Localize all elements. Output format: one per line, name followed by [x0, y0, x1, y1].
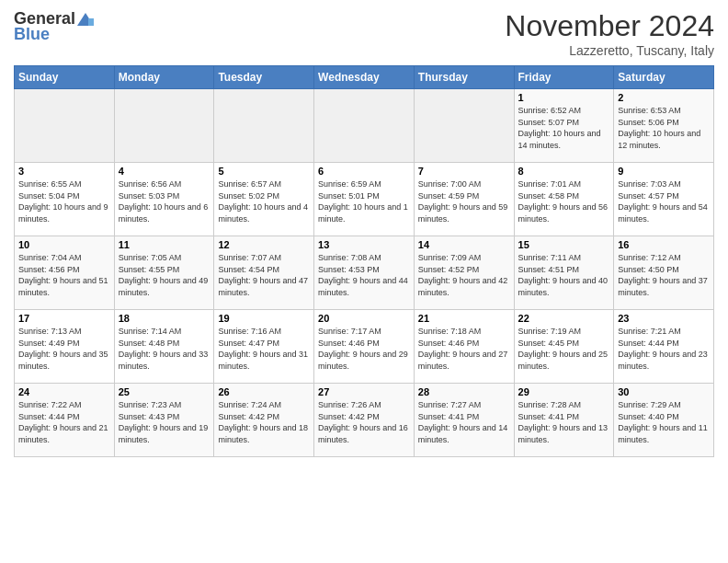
header: General Blue November 2024 Lazzeretto, T…	[14, 9, 714, 58]
day-number: 5	[218, 166, 310, 177]
day-number: 29	[518, 386, 610, 397]
day-info: Sunrise: 6:55 AM Sunset: 5:04 PM Dayligh…	[18, 178, 110, 224]
day-cell: 25Sunrise: 7:23 AM Sunset: 4:43 PM Dayli…	[114, 384, 214, 457]
week-row-5: 24Sunrise: 7:22 AM Sunset: 4:44 PM Dayli…	[15, 384, 714, 457]
week-row-2: 3Sunrise: 6:55 AM Sunset: 5:04 PM Daylig…	[15, 163, 714, 236]
location: Lazzeretto, Tuscany, Italy	[505, 43, 714, 58]
day-number: 4	[119, 166, 210, 177]
day-cell: 22Sunrise: 7:19 AM Sunset: 4:45 PM Dayli…	[514, 310, 614, 384]
day-info: Sunrise: 7:05 AM Sunset: 4:55 PM Dayligh…	[119, 252, 210, 298]
day-info: Sunrise: 7:22 AM Sunset: 4:44 PM Dayligh…	[18, 399, 110, 445]
day-cell: 10Sunrise: 7:04 AM Sunset: 4:56 PM Dayli…	[15, 236, 115, 310]
day-info: Sunrise: 7:29 AM Sunset: 4:40 PM Dayligh…	[618, 399, 710, 445]
day-number: 9	[618, 166, 710, 177]
day-info: Sunrise: 7:04 AM Sunset: 4:56 PM Dayligh…	[18, 252, 110, 298]
day-cell: 12Sunrise: 7:07 AM Sunset: 4:54 PM Dayli…	[214, 236, 314, 310]
day-cell: 16Sunrise: 7:12 AM Sunset: 4:50 PM Dayli…	[614, 236, 714, 310]
day-info: Sunrise: 7:27 AM Sunset: 4:41 PM Dayligh…	[418, 399, 510, 445]
logo: General Blue	[14, 9, 96, 44]
day-number: 19	[218, 313, 310, 324]
day-info: Sunrise: 7:07 AM Sunset: 4:54 PM Dayligh…	[218, 252, 310, 298]
col-friday: Friday	[514, 66, 614, 89]
day-cell: 18Sunrise: 7:14 AM Sunset: 4:48 PM Dayli…	[114, 310, 214, 384]
day-info: Sunrise: 6:52 AM Sunset: 5:07 PM Dayligh…	[518, 105, 610, 151]
week-row-3: 10Sunrise: 7:04 AM Sunset: 4:56 PM Dayli…	[15, 236, 714, 310]
day-cell: 8Sunrise: 7:01 AM Sunset: 4:58 PM Daylig…	[514, 163, 614, 236]
day-cell: 20Sunrise: 7:17 AM Sunset: 4:46 PM Dayli…	[314, 310, 415, 384]
day-number: 11	[119, 239, 210, 250]
day-cell: 19Sunrise: 7:16 AM Sunset: 4:47 PM Dayli…	[214, 310, 314, 384]
day-info: Sunrise: 6:53 AM Sunset: 5:06 PM Dayligh…	[618, 105, 710, 151]
title-section: November 2024 Lazzeretto, Tuscany, Italy	[505, 9, 714, 58]
day-cell	[214, 89, 314, 163]
day-cell: 7Sunrise: 7:00 AM Sunset: 4:59 PM Daylig…	[414, 163, 514, 236]
page-container: General Blue November 2024 Lazzeretto, T…	[0, 0, 728, 466]
day-number: 6	[318, 166, 410, 177]
day-number: 18	[119, 313, 210, 324]
day-info: Sunrise: 7:12 AM Sunset: 4:50 PM Dayligh…	[618, 252, 710, 298]
day-number: 10	[18, 239, 110, 250]
day-cell: 26Sunrise: 7:24 AM Sunset: 4:42 PM Dayli…	[214, 384, 314, 457]
day-number: 14	[418, 239, 510, 250]
day-info: Sunrise: 7:03 AM Sunset: 4:57 PM Dayligh…	[618, 178, 710, 224]
day-info: Sunrise: 7:14 AM Sunset: 4:48 PM Dayligh…	[119, 326, 210, 372]
day-cell: 6Sunrise: 6:59 AM Sunset: 5:01 PM Daylig…	[314, 163, 415, 236]
col-thursday: Thursday	[414, 66, 514, 89]
day-number: 7	[418, 166, 510, 177]
day-number: 13	[318, 239, 410, 250]
day-info: Sunrise: 6:56 AM Sunset: 5:03 PM Dayligh…	[119, 178, 210, 224]
day-cell: 13Sunrise: 7:08 AM Sunset: 4:53 PM Dayli…	[314, 236, 415, 310]
day-number: 20	[318, 313, 410, 324]
day-info: Sunrise: 7:28 AM Sunset: 4:41 PM Dayligh…	[518, 399, 610, 445]
day-cell: 11Sunrise: 7:05 AM Sunset: 4:55 PM Dayli…	[114, 236, 214, 310]
week-row-1: 1Sunrise: 6:52 AM Sunset: 5:07 PM Daylig…	[15, 89, 714, 163]
day-info: Sunrise: 6:59 AM Sunset: 5:01 PM Dayligh…	[318, 178, 410, 224]
day-cell	[114, 89, 214, 163]
day-number: 28	[418, 386, 510, 397]
day-info: Sunrise: 7:16 AM Sunset: 4:47 PM Dayligh…	[218, 326, 310, 372]
day-info: Sunrise: 7:18 AM Sunset: 4:46 PM Dayligh…	[418, 326, 510, 372]
day-info: Sunrise: 7:17 AM Sunset: 4:46 PM Dayligh…	[318, 326, 410, 372]
day-info: Sunrise: 7:21 AM Sunset: 4:44 PM Dayligh…	[618, 326, 710, 372]
day-number: 21	[418, 313, 510, 324]
day-number: 16	[618, 239, 710, 250]
logo-blue: Blue	[14, 25, 50, 44]
day-cell: 4Sunrise: 6:56 AM Sunset: 5:03 PM Daylig…	[114, 163, 214, 236]
day-cell: 21Sunrise: 7:18 AM Sunset: 4:46 PM Dayli…	[414, 310, 514, 384]
day-info: Sunrise: 7:13 AM Sunset: 4:49 PM Dayligh…	[18, 326, 110, 372]
day-info: Sunrise: 7:23 AM Sunset: 4:43 PM Dayligh…	[119, 399, 210, 445]
header-row: Sunday Monday Tuesday Wednesday Thursday…	[15, 66, 714, 89]
day-number: 24	[18, 386, 110, 397]
calendar-table: Sunday Monday Tuesday Wednesday Thursday…	[14, 65, 714, 457]
month-title: November 2024	[505, 9, 714, 43]
day-cell: 2Sunrise: 6:53 AM Sunset: 5:06 PM Daylig…	[614, 89, 714, 163]
day-cell: 5Sunrise: 6:57 AM Sunset: 5:02 PM Daylig…	[214, 163, 314, 236]
day-cell: 3Sunrise: 6:55 AM Sunset: 5:04 PM Daylig…	[15, 163, 115, 236]
day-number: 1	[518, 92, 610, 103]
day-number: 26	[218, 386, 310, 397]
day-number: 8	[518, 166, 610, 177]
day-cell: 14Sunrise: 7:09 AM Sunset: 4:52 PM Dayli…	[414, 236, 514, 310]
day-cell: 24Sunrise: 7:22 AM Sunset: 4:44 PM Dayli…	[15, 384, 115, 457]
day-info: Sunrise: 7:24 AM Sunset: 4:42 PM Dayligh…	[218, 399, 310, 445]
day-info: Sunrise: 7:11 AM Sunset: 4:51 PM Dayligh…	[518, 252, 610, 298]
day-info: Sunrise: 7:19 AM Sunset: 4:45 PM Dayligh…	[518, 326, 610, 372]
day-info: Sunrise: 6:57 AM Sunset: 5:02 PM Dayligh…	[218, 178, 310, 224]
day-cell	[15, 89, 115, 163]
day-cell: 30Sunrise: 7:29 AM Sunset: 4:40 PM Dayli…	[614, 384, 714, 457]
day-cell: 1Sunrise: 6:52 AM Sunset: 5:07 PM Daylig…	[514, 89, 614, 163]
day-cell	[314, 89, 415, 163]
day-cell: 29Sunrise: 7:28 AM Sunset: 4:41 PM Dayli…	[514, 384, 614, 457]
day-number: 27	[318, 386, 410, 397]
day-cell: 27Sunrise: 7:26 AM Sunset: 4:42 PM Dayli…	[314, 384, 415, 457]
day-info: Sunrise: 7:00 AM Sunset: 4:59 PM Dayligh…	[418, 178, 510, 224]
day-cell: 28Sunrise: 7:27 AM Sunset: 4:41 PM Dayli…	[414, 384, 514, 457]
day-cell: 17Sunrise: 7:13 AM Sunset: 4:49 PM Dayli…	[15, 310, 115, 384]
day-number: 25	[119, 386, 210, 397]
col-sunday: Sunday	[15, 66, 115, 89]
day-number: 17	[18, 313, 110, 324]
day-cell: 23Sunrise: 7:21 AM Sunset: 4:44 PM Dayli…	[614, 310, 714, 384]
day-number: 3	[18, 166, 110, 177]
week-row-4: 17Sunrise: 7:13 AM Sunset: 4:49 PM Dayli…	[15, 310, 714, 384]
logo-icon	[75, 11, 96, 28]
